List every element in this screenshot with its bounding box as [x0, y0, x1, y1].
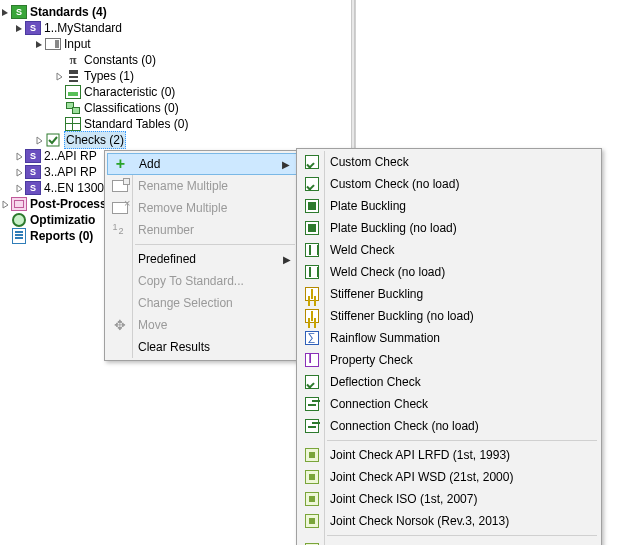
expand-icon[interactable] — [54, 68, 65, 84]
submenu-item-joint-wsd[interactable]: Joint Check API WSD (21st, 2000) — [299, 466, 599, 488]
stiffener-icon — [299, 305, 324, 327]
submenu-item-plate-buckling-no-load[interactable]: Plate Buckling (no load) — [299, 217, 599, 239]
submenu-arrow-icon: ▶ — [282, 154, 290, 174]
menu-label: Renumber — [132, 223, 194, 237]
menu-label: Change Selection — [132, 296, 233, 310]
tree-row-characteristic[interactable]: Characteristic (0) — [0, 84, 355, 100]
submenu-item-weld-check-no-load[interactable]: Weld Check (no load) — [299, 261, 599, 283]
menu-item-remove: Remove Multiple — [107, 197, 297, 219]
stiffener-icon — [299, 283, 324, 305]
submenu-item-weld-check[interactable]: Weld Check — [299, 239, 599, 261]
optimization-icon — [11, 212, 27, 228]
move-icon: ✥ — [107, 314, 132, 336]
tree-label: 2..API RP — [44, 148, 97, 164]
list-icon — [65, 68, 81, 84]
expand-icon[interactable] — [14, 164, 25, 180]
submenu-item-joint-norsok[interactable]: Joint Check Norsok (Rev.3, 2013) — [299, 510, 599, 532]
collapse-icon[interactable] — [0, 4, 11, 20]
menu-separator — [135, 244, 295, 245]
tree-row-types[interactable]: Types (1) — [0, 68, 355, 84]
tree-row-standard-tables[interactable]: Standard Tables (0) — [0, 116, 355, 132]
tree-row-checks[interactable]: Checks (2) — [0, 132, 355, 148]
menu-label: Connection Check — [324, 397, 428, 411]
expand-icon[interactable] — [14, 148, 25, 164]
tree-label: 1..MyStandard — [44, 20, 122, 36]
expand-icon[interactable] — [0, 196, 11, 212]
collapse-icon[interactable] — [14, 20, 25, 36]
icon-placeholder — [107, 336, 132, 358]
menu-label: Stiffener Buckling — [324, 287, 423, 301]
tree-row-standards[interactable]: S Standards (4) — [0, 4, 355, 20]
expand-placeholder — [54, 84, 65, 100]
plate-icon — [299, 217, 324, 239]
tree-label: Reports (0) — [30, 228, 93, 244]
tree-row-input[interactable]: Input — [0, 36, 355, 52]
menu-item-add[interactable]: + Add ▶ — [107, 153, 297, 175]
tree-label: Post-Process — [30, 196, 107, 212]
menu-item-clear-results[interactable]: Clear Results — [107, 336, 297, 358]
characteristic-icon — [65, 84, 81, 100]
submenu-item-connection-check[interactable]: Connection Check — [299, 393, 599, 415]
tree-row-classifications[interactable]: Classifications (0) — [0, 100, 355, 116]
submenu-item-custom-check-no-load[interactable]: Custom Check (no load) — [299, 173, 599, 195]
rainflow-icon — [299, 327, 324, 349]
submenu-item-custom-check[interactable]: Custom Check — [299, 151, 599, 173]
icon-placeholder — [107, 292, 132, 314]
input-icon — [45, 36, 61, 52]
standard-icon: S — [25, 164, 41, 180]
plate-icon — [299, 195, 324, 217]
menu-item-move: ✥ Move — [107, 314, 297, 336]
tree-row-constants[interactable]: π Constants (0) — [0, 52, 355, 68]
menu-label: Joint Check Norsok (Rev.3, 2013) — [324, 514, 509, 528]
renumber-icon — [107, 219, 132, 241]
joint-icon — [299, 488, 324, 510]
menu-label: Deflection Check — [324, 375, 421, 389]
submenu-item-property-check[interactable]: I Property Check — [299, 349, 599, 371]
tree-label: Constants (0) — [84, 52, 156, 68]
tree-label: Types (1) — [84, 68, 134, 84]
submenu-item-deflection-check[interactable]: Deflection Check — [299, 371, 599, 393]
submenu-item-plate-buckling[interactable]: Plate Buckling — [299, 195, 599, 217]
menu-label: Move — [132, 318, 167, 332]
post-process-icon — [11, 196, 27, 212]
menu-item-rename: Rename Multiple — [107, 175, 297, 197]
submenu-item-joint-lrfd[interactable]: Joint Check API LRFD (1st, 1993) — [299, 444, 599, 466]
expand-icon[interactable] — [14, 180, 25, 196]
svg-rect-0 — [47, 134, 59, 146]
standard-icon: S — [25, 148, 41, 164]
menu-label: Joint Check ISO (1st, 2007) — [324, 492, 477, 506]
check-icon — [299, 173, 324, 195]
property-icon: I — [299, 349, 324, 371]
submenu-item-stiffener-buckling[interactable]: Stiffener Buckling — [299, 283, 599, 305]
tree-label: Characteristic (0) — [84, 84, 175, 100]
expand-placeholder — [54, 52, 65, 68]
joint-icon — [299, 466, 324, 488]
submenu-item-joint-iso[interactable]: Joint Check ISO (1st, 2007) — [299, 488, 599, 510]
menu-label: Remove Multiple — [132, 201, 227, 215]
menu-label: Add — [133, 157, 160, 171]
expand-icon[interactable] — [34, 132, 45, 148]
reports-icon — [11, 228, 27, 244]
collapse-icon[interactable] — [34, 36, 45, 52]
menu-item-predefined[interactable]: Predefined ▶ — [107, 248, 297, 270]
tree-label: Input — [64, 36, 91, 52]
check-icon — [299, 151, 324, 173]
joint-icon — [299, 539, 324, 545]
icon-placeholder — [107, 248, 132, 270]
tree-row-mystandard[interactable]: S 1..MyStandard — [0, 20, 355, 36]
check-icon — [299, 371, 324, 393]
tree-label-selected: Checks (2) — [64, 131, 126, 149]
standards-icon: S — [11, 4, 27, 20]
joint-icon — [299, 510, 324, 532]
submenu-item-iconnection[interactable]: I-Connection Check (EN 1993-1-8, Ch 6) b… — [299, 539, 599, 545]
submenu-item-rainflow[interactable]: Rainflow Summation — [299, 327, 599, 349]
expand-placeholder — [0, 212, 11, 228]
menu-label: Weld Check (no load) — [324, 265, 445, 279]
table-icon — [65, 116, 81, 132]
menu-separator — [327, 440, 597, 441]
submenu-item-connection-check-no-load[interactable]: Connection Check (no load) — [299, 415, 599, 437]
weld-icon — [299, 261, 324, 283]
menu-label: Weld Check — [324, 243, 394, 257]
remove-icon — [107, 197, 132, 219]
submenu-item-stiffener-buckling-no-load[interactable]: Stiffener Buckling (no load) — [299, 305, 599, 327]
